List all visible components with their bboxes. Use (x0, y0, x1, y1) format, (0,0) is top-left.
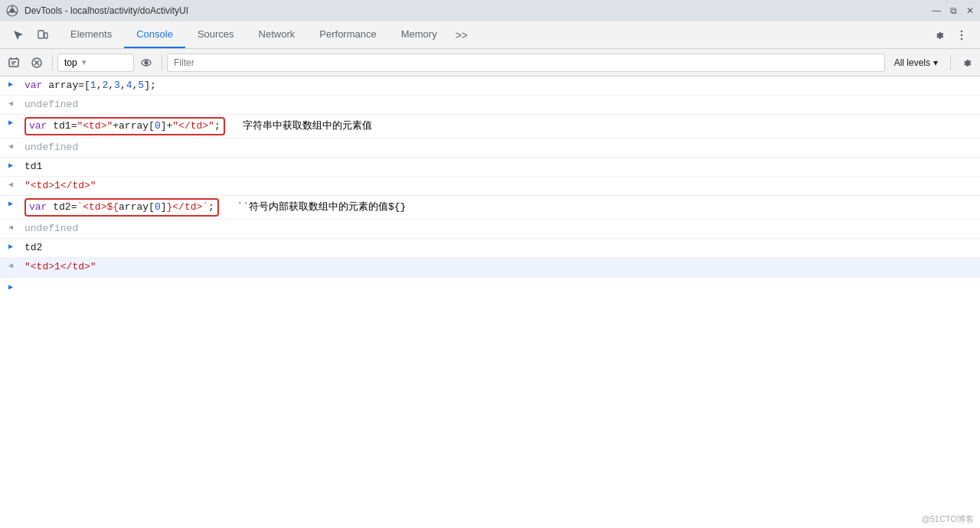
output-arrow: ◀ (0, 259, 21, 270)
line-output: undefined (21, 221, 980, 236)
chrome-icon (6, 5, 18, 17)
code-box-1: var td1="<td>"+array[0]+"</td>"; (24, 117, 225, 135)
expand-arrow[interactable]: ▶ (0, 116, 21, 127)
tab-sources[interactable]: Sources (185, 21, 247, 48)
toolbar-divider-3 (950, 55, 951, 70)
svg-rect-10 (9, 59, 18, 67)
console-settings-btn[interactable] (956, 52, 977, 73)
eye-btn[interactable] (136, 52, 157, 73)
annotation-1: 字符串中获取数组中的元素值 (231, 120, 373, 132)
console-line-highlighted: ◀ "<td>1</td>" (0, 258, 980, 277)
line-output: undefined (21, 97, 980, 112)
level-select[interactable]: All levels ▾ (887, 54, 946, 72)
tab-console[interactable]: Console (124, 21, 185, 48)
console-line: ◀ undefined (0, 139, 980, 158)
nav-right-icons (923, 21, 977, 48)
settings-icon-btn[interactable] (928, 24, 949, 46)
svg-line-12 (16, 57, 17, 59)
minimize-button[interactable]: — (932, 5, 941, 16)
stop-btn[interactable] (26, 52, 47, 73)
expand-arrow[interactable]: ▶ (0, 78, 21, 89)
nav-left-icons (3, 21, 58, 48)
input-prompt: ▶ (0, 281, 21, 292)
expand-arrow[interactable]: ▶ (0, 197, 21, 208)
tab-elements[interactable]: Elements (58, 21, 124, 48)
console-line: ▶ td2 (0, 239, 980, 258)
svg-rect-6 (44, 33, 47, 38)
console-line: ◀ undefined (0, 96, 980, 115)
context-select[interactable]: top ▼ (57, 54, 134, 72)
expand-arrow[interactable]: ▶ (0, 240, 21, 251)
line-output: "<td>1</td>" (21, 259, 980, 275)
line-code: var td2=`<td>${array[0]}</td>`; ``符号内部获取… (21, 197, 980, 217)
code-box-2: var td2=`<td>${array[0]}</td>`; (24, 198, 219, 217)
svg-point-7 (961, 30, 963, 32)
svg-point-1 (10, 8, 15, 13)
nav-tabs: Elements Console Sources Network Perform… (0, 21, 980, 49)
svg-point-9 (961, 37, 963, 40)
line-code: td1 (21, 159, 980, 174)
console-toolbar: top ▼ All levels ▾ (0, 49, 980, 77)
console-line: ▶ var array=[1,2,3,4,5]; (0, 77, 980, 96)
console-line: ◀ undefined (0, 220, 980, 239)
window-title: DevTools - localhost/activity/doActivity… (24, 5, 926, 16)
annotation-2: ``符号内部获取数组中的元素的值${} (225, 201, 407, 213)
line-code: td2 (21, 240, 980, 256)
svg-line-3 (15, 11, 17, 13)
tab-network[interactable]: Network (247, 21, 308, 48)
line-output: undefined (21, 140, 980, 155)
output-arrow: ◀ (0, 178, 21, 189)
console-line: ▶ td1 (0, 158, 980, 177)
console-input-line: ▶ (0, 277, 980, 295)
console-line: ◀ "<td>1</td>" (0, 177, 980, 196)
filter-input[interactable] (167, 54, 885, 72)
output-arrow: ◀ (0, 140, 21, 151)
tab-memory[interactable]: Memory (389, 21, 449, 48)
filter-input-wrap (167, 54, 885, 72)
console-line-boxed-2: ▶ var td2=`<td>${array[0]}</td>`; ``符号内部… (0, 196, 980, 220)
tab-performance[interactable]: Performance (307, 21, 388, 48)
svg-line-11 (11, 57, 11, 59)
input-area[interactable] (21, 279, 980, 293)
svg-point-8 (961, 34, 963, 36)
level-chevron-icon: ▾ (933, 57, 938, 68)
output-arrow: ◀ (0, 221, 21, 232)
line-code: var array=[1,2,3,4,5]; (21, 78, 980, 93)
console-output: ▶ var array=[1,2,3,4,5]; ◀ undefined ▶ v… (0, 77, 980, 528)
line-output: "<td>1</td>" (21, 178, 980, 194)
window-controls[interactable]: — ⧉ ✕ (932, 5, 974, 16)
console-line-boxed: ▶ var td1="<td>"+array[0]+"</td>"; 字符串中获… (0, 115, 980, 139)
svg-line-4 (8, 11, 10, 13)
output-arrow: ◀ (0, 97, 21, 108)
restore-button[interactable]: ⧉ (950, 5, 957, 16)
chevron-down-icon: ▼ (80, 58, 88, 67)
toolbar-divider (52, 55, 53, 70)
more-icon-btn[interactable] (951, 24, 972, 46)
expand-arrow[interactable]: ▶ (0, 159, 21, 170)
clear-console-btn[interactable] (3, 52, 24, 73)
tab-more[interactable]: >> (449, 21, 474, 48)
close-button[interactable]: ✕ (966, 5, 974, 16)
svg-rect-5 (38, 31, 44, 38)
title-bar: DevTools - localhost/activity/doActivity… (0, 0, 980, 21)
watermark: @51CTO博客 (922, 513, 974, 525)
cursor-icon-btn[interactable] (8, 24, 29, 46)
devtools-panel: Elements Console Sources Network Perform… (0, 21, 980, 528)
svg-point-19 (145, 61, 148, 64)
device-icon-btn[interactable] (32, 24, 54, 46)
line-code: var td1="<td>"+array[0]+"</td>"; 字符串中获取数… (21, 116, 980, 136)
toolbar-divider-2 (162, 55, 162, 70)
